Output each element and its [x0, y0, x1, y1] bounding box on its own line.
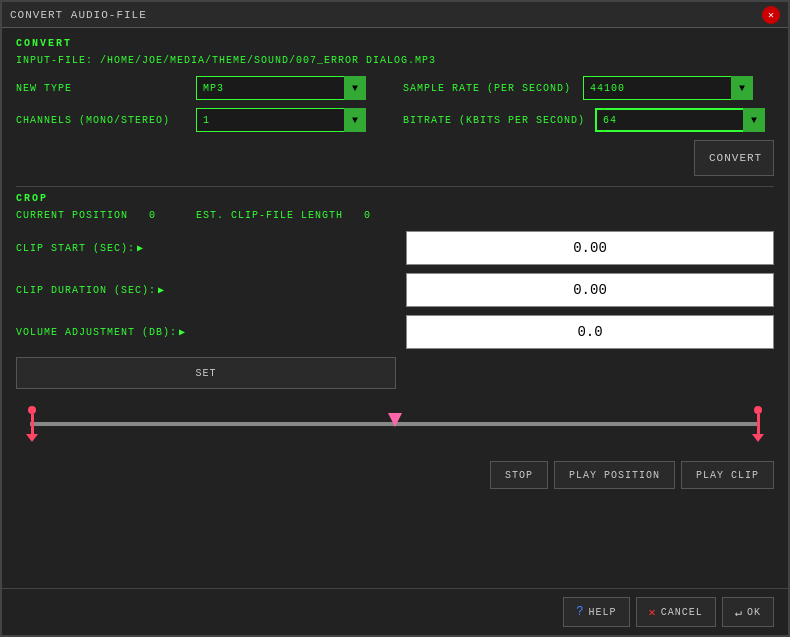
- crop-info-row: CURRENT POSITION 0 EST. CLIP-FILE LENGTH…: [16, 210, 774, 221]
- est-clip-info: EST. CLIP-FILE LENGTH 0: [196, 210, 371, 221]
- slider-handle-right[interactable]: [752, 406, 764, 442]
- crop-section-label: CROP: [16, 193, 774, 204]
- new-type-dropdown-wrapper: MP3 WAV OGG FLAC AAC ▼: [196, 76, 366, 100]
- volume-adjustment-input[interactable]: [406, 315, 774, 349]
- slider-handle-left[interactable]: [26, 406, 38, 442]
- channels-dropdown-wrapper: 1 2 ▼: [196, 108, 366, 132]
- bitrate-select[interactable]: 32 64 128 192 256 320: [595, 108, 765, 132]
- cancel-button[interactable]: ✕ CANCEL: [636, 597, 716, 627]
- sample-rate-col: SAMPLE RATE (PER SECOND) 8000 11025 2205…: [403, 76, 774, 100]
- convert-section: CONVERT INPUT-FILE: /HOME/JOE/MEDIA/THEM…: [16, 38, 774, 180]
- channels-col: CHANNELS (MONO/STEREO) 1 2 ▼: [16, 108, 387, 132]
- new-type-col: NEW TYPE MP3 WAV OGG FLAC AAC ▼: [16, 76, 387, 100]
- play-position-button[interactable]: PLAY POSITION: [554, 461, 675, 489]
- clip-start-row: CLIP START (SEC): ▶: [16, 231, 774, 265]
- volume-adjustment-row: VOLUME ADJUSTMENT (DB): ▶: [16, 315, 774, 349]
- section-divider: [16, 186, 774, 187]
- convert-btn-area: CONVERT: [16, 140, 774, 176]
- bottom-row: ? HELP ✕ CANCEL ↵ OK: [2, 588, 788, 635]
- main-content: CONVERT INPUT-FILE: /HOME/JOE/MEDIA/THEM…: [2, 28, 788, 588]
- clip-start-input[interactable]: [406, 231, 774, 265]
- channels-select[interactable]: 1 2: [196, 108, 366, 132]
- handle-right-pin-icon: [754, 406, 762, 414]
- close-button[interactable]: ✕: [762, 6, 780, 24]
- set-button[interactable]: SET: [16, 357, 396, 389]
- clip-duration-label: CLIP DURATION (SEC): ▶: [16, 284, 406, 296]
- clip-duration-input[interactable]: [406, 273, 774, 307]
- slider-area: [16, 399, 774, 449]
- convert-section-label: CONVERT: [16, 38, 774, 49]
- form-row-2: CHANNELS (MONO/STEREO) 1 2 ▼ BITRATE (KB…: [16, 108, 774, 132]
- stop-button[interactable]: STOP: [490, 461, 548, 489]
- new-type-select[interactable]: MP3 WAV OGG FLAC AAC: [196, 76, 366, 100]
- ok-button[interactable]: ↵ OK: [722, 597, 774, 627]
- clip-duration-arrow-icon: ▶: [158, 284, 165, 296]
- help-icon: ?: [576, 605, 584, 619]
- volume-adjustment-arrow-icon: ▶: [179, 326, 186, 338]
- volume-adjustment-label: VOLUME ADJUSTMENT (DB): ▶: [16, 326, 406, 338]
- title-bar: CONVERT AUDIO-FILE ✕: [2, 2, 788, 28]
- handle-left-pin-icon: [28, 406, 36, 414]
- form-row-1: NEW TYPE MP3 WAV OGG FLAC AAC ▼ SAMPLE R…: [16, 76, 774, 100]
- sample-rate-select[interactable]: 8000 11025 22050 44100 48000 96000: [583, 76, 753, 100]
- play-clip-button[interactable]: PLAY CLIP: [681, 461, 774, 489]
- handle-left-stem-icon: [31, 414, 34, 434]
- convert-button[interactable]: CONVERT: [694, 140, 774, 176]
- current-position-info: CURRENT POSITION 0: [16, 210, 156, 221]
- channels-label: CHANNELS (MONO/STEREO): [16, 115, 186, 126]
- clip-start-arrow-icon: ▶: [137, 242, 144, 254]
- bitrate-col: BITRATE (KBITS PER SECOND) 32 64 128 192…: [403, 108, 774, 132]
- handle-right-foot-icon: [752, 434, 764, 442]
- playback-row: STOP PLAY POSITION PLAY CLIP: [16, 461, 774, 489]
- handle-right-stem-icon: [757, 414, 760, 434]
- sample-rate-dropdown-wrapper: 8000 11025 22050 44100 48000 96000 ▼: [583, 76, 753, 100]
- crop-section: CROP CURRENT POSITION 0 EST. CLIP-FILE L…: [16, 193, 774, 489]
- set-btn-row: SET: [16, 357, 774, 389]
- ok-icon: ↵: [735, 605, 743, 620]
- bitrate-dropdown-wrapper: 32 64 128 192 256 320 ▼: [595, 108, 765, 132]
- input-file-label: INPUT-FILE: /HOME/JOE/MEDIA/THEME/SOUND/…: [16, 55, 774, 66]
- cancel-icon: ✕: [649, 605, 657, 620]
- clip-duration-row: CLIP DURATION (SEC): ▶: [16, 273, 774, 307]
- handle-left-foot-icon: [26, 434, 38, 442]
- main-window: CONVERT AUDIO-FILE ✕ CONVERT INPUT-FILE:…: [0, 0, 790, 637]
- new-type-label: NEW TYPE: [16, 83, 186, 94]
- bitrate-label: BITRATE (KBITS PER SECOND): [403, 115, 585, 126]
- slider-handle-mid[interactable]: [388, 413, 402, 427]
- clip-start-label: CLIP START (SEC): ▶: [16, 242, 406, 254]
- sample-rate-label: SAMPLE RATE (PER SECOND): [403, 83, 573, 94]
- window-title: CONVERT AUDIO-FILE: [10, 9, 147, 21]
- help-button[interactable]: ? HELP: [563, 597, 629, 627]
